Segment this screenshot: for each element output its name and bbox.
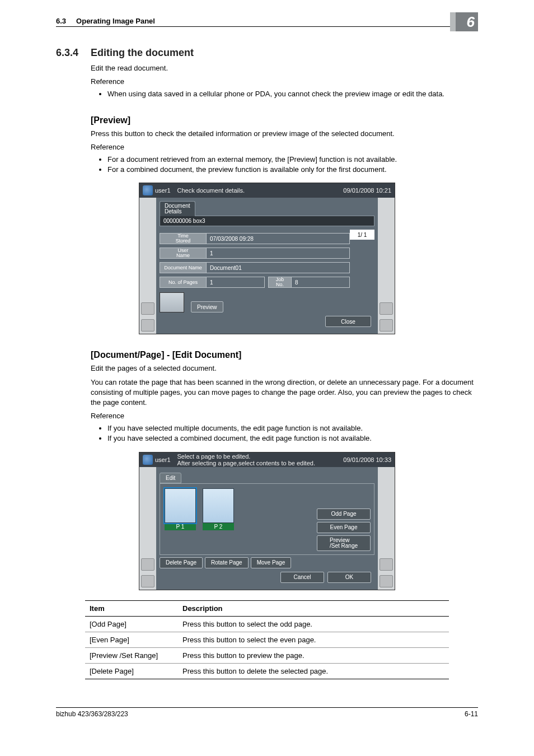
- section-634-bullet-1: When using data saved in a cellular phon…: [107, 89, 478, 99]
- table-cell-desc: Press this button to delete the selected…: [178, 663, 449, 679]
- cancel-button[interactable]: Cancel: [280, 572, 324, 583]
- move-page-button[interactable]: Move Page: [251, 557, 292, 568]
- delete-page-button[interactable]: Delete Page: [160, 557, 203, 568]
- section-634-p1: Edit the read document.: [91, 63, 478, 73]
- side-icon-2[interactable]: [141, 319, 154, 332]
- table-row: [Preview /Set Range] Press this button t…: [85, 647, 449, 663]
- document-name-label: Document Name: [160, 262, 207, 273]
- thumb-2-caption: P 2: [203, 523, 234, 530]
- panel2-msg2: After selecting a page,select contents t…: [177, 460, 344, 466]
- edit-tab[interactable]: Edit: [160, 473, 181, 483]
- footer-model: bizhub 423/363/283/223: [56, 710, 128, 718]
- table-cell-desc: Press this button to select the odd page…: [178, 616, 449, 632]
- panel1-user: user1: [155, 187, 171, 194]
- page-thumb-1[interactable]: P 1: [165, 488, 196, 550]
- page-thumb-2[interactable]: P 2: [203, 488, 234, 550]
- table-cell-desc: Press this button to select the even pag…: [178, 632, 449, 647]
- user-icon: [143, 455, 153, 465]
- right-icon-1[interactable]: [380, 302, 393, 315]
- right-icon-2[interactable]: [380, 319, 393, 332]
- thumb-1-image: [165, 488, 196, 523]
- user-name-value: 1: [207, 248, 350, 259]
- num-pages-label: No. of Pages: [160, 277, 207, 288]
- right-icon-1[interactable]: [380, 558, 393, 571]
- edit-document-panel: user1 Select a page to be edited. After …: [139, 452, 395, 590]
- side-icon-1[interactable]: [141, 558, 154, 571]
- user-icon: [143, 185, 153, 195]
- docpage-bullet-1: If you have selected multiple documents,…: [107, 423, 478, 433]
- table-cell-item: [Delete Page]: [85, 663, 178, 679]
- panel1-title-bar: 000000006 box3: [160, 216, 374, 226]
- time-stored-value: 07/03/2008 09:28: [207, 233, 350, 244]
- preview-set-range-button[interactable]: Preview /Set Range: [317, 535, 371, 551]
- table-cell-item: [Even Page]: [85, 632, 178, 647]
- page-indicator: 1/ 1: [350, 230, 374, 240]
- table-header-item: Item: [85, 600, 178, 616]
- user-name-label: User Name: [160, 248, 207, 259]
- document-details-panel: user1 Check document details. 09/01/2008…: [139, 183, 395, 334]
- close-button[interactable]: Close: [325, 316, 371, 327]
- rotate-page-button[interactable]: Rotate Page: [205, 557, 249, 568]
- job-no-label: Job No.: [268, 277, 292, 288]
- panel2-datetime: 09/01/2008 10:33: [343, 456, 391, 463]
- table-row: [Even Page] Press this button to select …: [85, 632, 449, 647]
- thumb-2-image: [203, 488, 234, 523]
- preview-ref: Reference: [91, 142, 478, 152]
- docpage-p1: Edit the pages of a selected document.: [91, 363, 478, 374]
- section-634-num: 6.3.4: [56, 47, 91, 59]
- preview-button[interactable]: Preview: [191, 301, 223, 312]
- docpage-p2: You can rotate the page that has been sc…: [91, 377, 478, 408]
- table-row: [Odd Page] Press this button to select t…: [85, 616, 449, 632]
- table-row: [Delete Page] Press this button to delet…: [85, 663, 449, 679]
- chapter-badge: 6: [450, 12, 478, 31]
- table-cell-item: [Odd Page]: [85, 616, 178, 632]
- preview-bullet-1: For a document retrieved from an externa…: [107, 155, 478, 165]
- panel2-user: user1: [155, 456, 171, 463]
- right-icon-2[interactable]: [380, 575, 393, 587]
- description-table: Item Description [Odd Page] Press this b…: [85, 600, 449, 679]
- docpage-bullet-2: If you have selected a combined document…: [107, 433, 478, 444]
- document-thumbnail: [160, 292, 184, 312]
- preview-p1: Press this button to check the detailed …: [91, 129, 478, 139]
- docpage-heading: [Document/Page] - [Edit Document]: [91, 350, 478, 360]
- docpage-ref: Reference: [91, 411, 478, 421]
- time-stored-label: Time Stored: [160, 233, 207, 244]
- section-634-ref: Reference: [91, 77, 478, 87]
- odd-page-button[interactable]: Odd Page: [317, 508, 371, 520]
- job-no-value: 8: [292, 277, 350, 288]
- num-pages-value: 1: [207, 277, 265, 288]
- section-634-title: Editing the document: [91, 47, 194, 59]
- ok-button[interactable]: OK: [327, 572, 371, 583]
- even-page-button[interactable]: Even Page: [317, 522, 371, 533]
- table-header-desc: Description: [178, 600, 449, 616]
- panel2-msg1: Select a page to be edited.: [177, 453, 344, 460]
- header-section-title: Operating Image Panel: [76, 17, 155, 25]
- preview-heading: [Preview]: [91, 115, 478, 125]
- side-icon-2[interactable]: [141, 575, 154, 587]
- table-cell-item: [Preview /Set Range]: [85, 647, 178, 663]
- header-section-num: 6.3: [56, 17, 66, 25]
- panel1-datetime: 09/01/2008 10:21: [343, 187, 391, 194]
- preview-bullet-2: For a combined document, the preview fun…: [107, 165, 478, 175]
- document-name-value: Document01: [207, 262, 350, 273]
- thumb-1-caption: P 1: [165, 523, 196, 530]
- side-icon-1[interactable]: [141, 302, 154, 315]
- footer-page: 6-11: [465, 710, 478, 718]
- document-details-tab[interactable]: Document Details: [160, 201, 195, 216]
- panel1-message: Check document details.: [177, 187, 344, 194]
- table-cell-desc: Press this button to preview the page.: [178, 647, 449, 663]
